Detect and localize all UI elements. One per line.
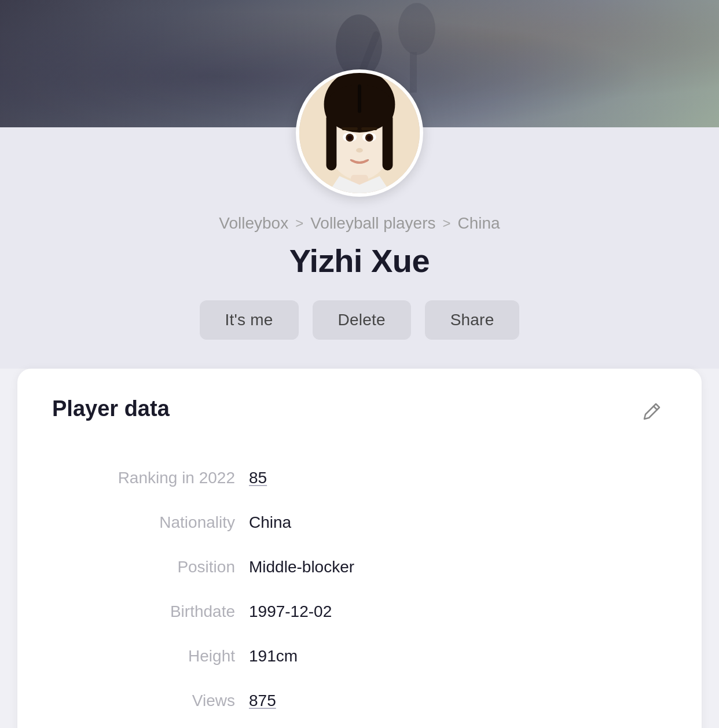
field-label-ranking: Ranking in 2022 [52,469,249,487]
breadcrumb-china[interactable]: China [458,214,500,233]
breadcrumb-sep-2: > [443,215,451,231]
svg-point-19 [347,135,352,140]
pencil-icon [641,415,662,424]
field-value-views: 875 [249,692,276,710]
breadcrumb: Volleybox > Volleyball players > China [219,214,500,233]
breadcrumb-volleyball-players[interactable]: Volleyball players [310,214,435,233]
table-row: Nationality China [52,501,667,545]
card-header: Player data [52,396,667,428]
player-data-card: Player data Ranking in 2022 85 Nationali… [17,369,702,728]
svg-point-20 [367,135,372,140]
profile-section: Volleybox > Volleyball players > China Y… [0,127,719,369]
table-row: Height 191cm [52,634,667,679]
field-value-height: 191cm [249,647,298,666]
svg-line-23 [654,406,657,410]
table-row: Birthdate 1997-12-02 [52,590,667,634]
breadcrumb-sep-1: > [295,215,303,231]
share-button[interactable]: Share [425,300,520,340]
its-me-button[interactable]: It's me [200,300,299,340]
breadcrumb-volleybox[interactable]: Volleybox [219,214,288,233]
field-label-views: Views [52,692,249,710]
table-row: Position Middle-blocker [52,545,667,590]
field-label-height: Height [52,647,249,666]
svg-point-21 [356,148,363,153]
svg-rect-12 [358,84,361,113]
data-rows: Ranking in 2022 85 Nationality China Pos… [52,456,667,723]
table-row: Views 875 [52,679,667,723]
delete-button[interactable]: Delete [313,300,411,340]
edit-button[interactable] [637,396,667,428]
table-row: Ranking in 2022 85 [52,456,667,501]
avatar-wrapper [296,69,423,197]
player-name: Yizhi Xue [289,242,430,280]
avatar [296,69,423,197]
field-label-birthdate: Birthdate [52,602,249,621]
field-label-nationality: Nationality [52,513,249,532]
field-label-position: Position [52,558,249,576]
field-value-ranking: 85 [249,469,267,487]
svg-rect-13 [342,127,358,130]
card-title: Player data [52,396,170,421]
field-value-birthdate: 1997-12-02 [249,602,332,621]
field-value-position: Middle-blocker [249,558,354,576]
field-value-nationality: China [249,513,291,532]
action-buttons: It's me Delete Share [200,300,520,340]
svg-rect-14 [361,127,377,130]
